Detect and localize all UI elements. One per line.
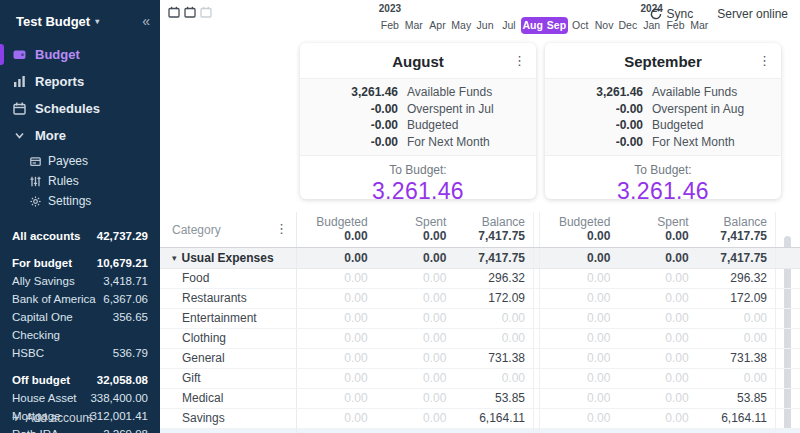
cell-budgeted[interactable]: 0.00 [540,389,618,408]
cell-spent[interactable]: 0.00 [618,429,696,433]
sidebar-item-reports[interactable]: Reports [0,68,160,95]
account-row[interactable]: Bank of America6,367.06 [0,290,160,308]
cell-spent[interactable]: 0.00 [376,349,455,368]
sidebar-item-more[interactable]: More [0,122,160,149]
cell-balance[interactable]: 6,164.11 [454,409,533,428]
cell-spent[interactable]: 0.00 [376,369,455,388]
header-budgeted[interactable]: Budgeted0.00 [540,212,618,247]
cell-budgeted[interactable]: 0.00 [540,309,618,328]
account-row[interactable]: House Asset338,400.00 [0,389,160,407]
month-cell-nov[interactable]: Nov [592,17,616,34]
two-month-view-icon[interactable] [184,6,196,18]
cell-budgeted[interactable]: 0.00 [540,329,618,348]
month-cell-sep[interactable]: Sep [545,17,569,34]
cell-budgeted[interactable]: 0.00 [540,248,618,268]
month-cell-apr[interactable]: Apr [426,17,450,34]
cell-budgeted[interactable]: 0.00 [540,369,618,388]
account-row[interactable]: Capital One Checking356.65 [0,308,160,344]
three-month-view-icon[interactable] [200,6,212,18]
cell-balance[interactable]: 296.32 [454,269,533,288]
header-balance[interactable]: Balance7,417.75 [697,212,775,247]
cell-budgeted[interactable]: 0.00 [540,409,618,428]
account-row[interactable]: HSBC536.79 [0,344,160,362]
cell-budgeted[interactable]: 0.00 [540,429,618,433]
cell-budgeted[interactable]: 0.00 [297,429,376,433]
cell-balance[interactable]: 0.00 [454,309,533,328]
sidebar-item-settings[interactable]: Settings [0,191,160,211]
cell-balance[interactable]: 7,417.75 [454,248,533,268]
category-cell[interactable]: Medical [160,389,297,408]
cell-budgeted[interactable]: 0.00 [297,309,376,328]
cell-balance[interactable]: 6,164.11 [697,409,775,428]
month-cell-may[interactable]: May [449,17,473,34]
sidebar-item-rules[interactable]: Rules [0,171,160,191]
cell-balance[interactable]: 53.85 [697,389,775,408]
cell-spent[interactable]: 0.00 [618,309,696,328]
month-cell-feb[interactable]: Feb [378,17,402,34]
cell-balance[interactable]: 0.00 [454,429,533,433]
cell-budgeted[interactable]: 0.00 [540,349,618,368]
account-row[interactable]: Roth IRA2,269.98 [0,425,160,433]
category-cell[interactable]: Clothing [160,329,297,348]
cell-balance[interactable]: 172.09 [454,289,533,308]
cell-spent[interactable]: 0.00 [618,409,696,428]
header-budgeted[interactable]: Budgeted0.00 [297,212,376,247]
one-month-view-icon[interactable] [168,6,180,18]
cell-budgeted[interactable]: 0.00 [297,409,376,428]
budget-switcher[interactable]: Test Budget ▾ [16,14,99,29]
cell-balance[interactable]: 0.00 [697,369,775,388]
sync-button[interactable]: Sync [650,7,694,21]
collapse-sidebar-button[interactable]: « [142,13,150,29]
cell-balance[interactable]: 172.09 [697,289,775,308]
cell-budgeted[interactable]: 0.00 [297,329,376,348]
server-status[interactable]: Server online [717,7,788,21]
month-cell-dec[interactable]: Dec [616,17,640,34]
cell-budgeted[interactable]: 0.00 [297,389,376,408]
cell-spent[interactable]: 0.00 [618,269,696,288]
category-cell[interactable]: Restaurants [160,289,297,308]
cell-spent[interactable]: 0.00 [376,248,455,268]
cell-balance[interactable]: 731.38 [454,349,533,368]
header-balance[interactable]: Balance7,417.75 [454,212,533,247]
header-spent[interactable]: Spent0.00 [376,212,455,247]
category-cell[interactable]: Savings [160,409,297,428]
cell-spent[interactable]: 0.00 [618,248,696,268]
category-cell[interactable]: ▾Usual Expenses [160,248,297,268]
sidebar-item-budget[interactable]: Budget [0,41,160,68]
month-cell-jun[interactable]: Jun [473,17,497,34]
cell-balance[interactable]: 0.00 [697,329,775,348]
cell-balance[interactable]: 0.00 [454,329,533,348]
month-cell-jul[interactable]: Jul [497,17,521,34]
month-cell-mar[interactable]: Mar [402,17,426,34]
cell-spent[interactable]: 0.00 [376,329,455,348]
month-cell-aug[interactable]: Aug [521,17,545,34]
cell-spent[interactable]: 0.00 [376,389,455,408]
to-budget-amount[interactable]: 3,261.46 [545,178,781,199]
add-account-button[interactable]: + Add account [12,410,92,425]
category-cell[interactable]: General [160,349,297,368]
cell-balance[interactable]: 296.32 [697,269,775,288]
cell-budgeted[interactable]: 0.00 [540,269,618,288]
cell-spent[interactable]: 0.00 [376,289,455,308]
cell-spent[interactable]: 0.00 [376,409,455,428]
cell-budgeted[interactable]: 0.00 [297,269,376,288]
group-toggle-icon[interactable]: ▾ [172,248,177,268]
month-cell-oct[interactable]: Oct [568,17,592,34]
group-toggle-icon[interactable]: ▸ [172,429,177,433]
cell-budgeted[interactable]: 0.00 [297,289,376,308]
category-cell[interactable]: Gift [160,369,297,388]
cell-spent[interactable]: 0.00 [376,429,455,433]
cell-balance[interactable]: 53.85 [454,389,533,408]
cell-spent[interactable]: 0.00 [618,329,696,348]
cell-spent[interactable]: 0.00 [376,309,455,328]
cell-balance[interactable]: 0.00 [697,429,775,433]
cell-spent[interactable]: 0.00 [618,289,696,308]
to-budget-amount[interactable]: 3,261.46 [300,178,536,199]
category-cell[interactable]: Entertainment [160,309,297,328]
cell-balance[interactable]: 731.38 [697,349,775,368]
header-spent[interactable]: Spent0.00 [618,212,696,247]
cell-spent[interactable]: 0.00 [376,269,455,288]
account-all[interactable]: All accounts42,737.29 [0,227,160,245]
cell-balance[interactable]: 7,417.75 [697,248,775,268]
month-menu-icon[interactable]: ⋮ [758,54,771,67]
